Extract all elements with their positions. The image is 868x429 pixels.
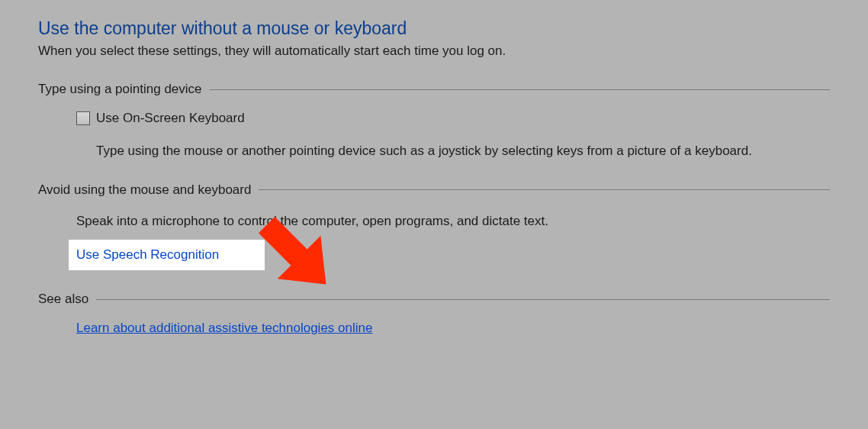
speech-recognition-highlight: Use Speech Recognition — [69, 240, 265, 270]
section-title-avoid: Avoid using the mouse and keyboard — [38, 182, 259, 198]
page-title: Use the computer without a mouse or keyb… — [38, 18, 830, 39]
section-header: Type using a pointing device — [38, 82, 830, 97]
page-subtitle: When you select these settings, they wil… — [38, 44, 830, 59]
use-speech-recognition-link[interactable]: Use Speech Recognition — [76, 247, 219, 262]
section-header: See also — [38, 292, 830, 307]
avoid-description: Speak into a microphone to control the c… — [76, 211, 830, 231]
divider-line — [96, 299, 830, 300]
section-pointing-device: Type using a pointing device Use On-Scre… — [38, 82, 830, 161]
section-avoid-mouse-keyboard: Avoid using the mouse and keyboard Speak… — [38, 182, 830, 271]
section-header: Avoid using the mouse and keyboard — [38, 182, 830, 198]
divider-line — [210, 89, 830, 90]
onscreen-keyboard-row[interactable]: Use On-Screen Keyboard — [76, 111, 830, 126]
onscreen-keyboard-label: Use On-Screen Keyboard — [96, 111, 245, 126]
settings-panel: Use the computer without a mouse or keyb… — [0, 0, 868, 376]
onscreen-keyboard-checkbox[interactable] — [76, 111, 90, 125]
assistive-technologies-link[interactable]: Learn about additional assistive technol… — [76, 321, 372, 335]
section-title-see-also: See also — [38, 292, 96, 307]
divider-line — [259, 189, 830, 190]
section-title-pointing: Type using a pointing device — [38, 82, 210, 97]
section-see-also: See also Learn about additional assistiv… — [38, 292, 830, 336]
pointing-description: Type using the mouse or another pointing… — [76, 141, 830, 161]
